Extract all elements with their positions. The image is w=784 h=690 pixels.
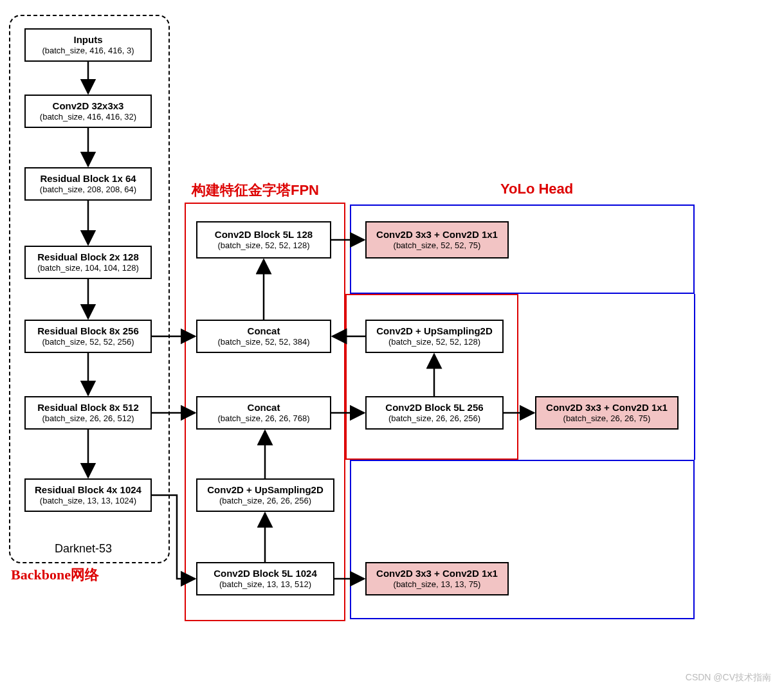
head-out13-shape: (batch_size, 13, 13, 75): [394, 580, 481, 590]
block5l-1024-box: Conv2D Block 5L 1024 (batch_size, 13, 13…: [196, 562, 334, 595]
backbone-label: Backbone网络: [11, 565, 99, 585]
block5l-256-title: Conv2D Block 5L 256: [385, 402, 483, 413]
res4-box: Residual Block 8x 512 (batch_size, 26, 2…: [24, 396, 152, 430]
res1-shape: (batch_size, 208, 208, 64): [40, 185, 136, 195]
fpn-label: 构建特征金字塔FPN: [192, 181, 319, 200]
concat-768-shape: (batch_size, 26, 26, 768): [217, 414, 309, 424]
inputs-box: Inputs (batch_size, 416, 416, 3): [24, 28, 152, 62]
res3-title: Residual Block 8x 256: [37, 325, 139, 336]
head-out26-title: Conv2D 3x3 + Conv2D 1x1: [546, 402, 668, 413]
conv0-title: Conv2D 32x3x3: [53, 100, 124, 111]
darknet-label: Darknet-53: [55, 542, 112, 556]
block5l-256-box: Conv2D Block 5L 256 (batch_size, 26, 26,…: [365, 396, 504, 430]
block5l-128-title: Conv2D Block 5L 128: [215, 229, 313, 240]
res4-title: Residual Block 8x 512: [37, 402, 139, 413]
block5l-1024-title: Conv2D Block 5L 1024: [214, 568, 317, 579]
res5-box: Residual Block 4x 1024 (batch_size, 13, …: [24, 478, 152, 512]
conv0-shape: (batch_size, 416, 416, 32): [40, 113, 136, 122]
head-out52-title: Conv2D 3x3 + Conv2D 1x1: [376, 229, 498, 240]
inputs-shape: (batch_size, 416, 416, 3): [42, 46, 134, 56]
head-out52-shape: (batch_size, 52, 52, 75): [394, 241, 481, 251]
res2-shape: (batch_size, 104, 104, 128): [37, 264, 139, 273]
block5l-1024-shape: (batch_size, 13, 13, 512): [219, 580, 311, 590]
head-out13-title: Conv2D 3x3 + Conv2D 1x1: [376, 568, 498, 579]
upsamp-128-box: Conv2D + UpSampling2D (batch_size, 52, 5…: [365, 320, 504, 353]
concat-384-shape: (batch_size, 52, 52, 384): [217, 338, 309, 347]
concat-768-title: Concat: [248, 402, 280, 413]
head-out13-box: Conv2D 3x3 + Conv2D 1x1 (batch_size, 13,…: [365, 562, 509, 595]
res2-title: Residual Block 2x 128: [37, 251, 139, 262]
block5l-128-box: Conv2D Block 5L 128 (batch_size, 52, 52,…: [196, 221, 331, 259]
concat-384-title: Concat: [248, 325, 280, 336]
head-out26-box: Conv2D 3x3 + Conv2D 1x1 (batch_size, 26,…: [535, 396, 679, 430]
watermark: CSDN @CV技术指南: [686, 672, 771, 684]
upsamp-256-shape: (batch_size, 26, 26, 256): [219, 496, 311, 506]
block5l-128-shape: (batch_size, 52, 52, 128): [217, 241, 309, 251]
res5-title: Residual Block 4x 1024: [35, 484, 141, 495]
res3-shape: (batch_size, 52, 52, 256): [42, 338, 134, 347]
head-label: YoLo Head: [500, 181, 573, 197]
res2-box: Residual Block 2x 128 (batch_size, 104, …: [24, 246, 152, 279]
inputs-title: Inputs: [74, 34, 103, 45]
res1-title: Residual Block 1x 64: [40, 173, 136, 184]
head-out26-shape: (batch_size, 26, 26, 75): [563, 414, 651, 424]
upsamp-256-title: Conv2D + UpSampling2D: [207, 484, 323, 495]
upsamp-128-shape: (batch_size, 52, 52, 128): [388, 338, 480, 347]
upsamp-128-title: Conv2D + UpSampling2D: [376, 325, 492, 336]
concat-384-box: Concat (batch_size, 52, 52, 384): [196, 320, 331, 353]
upsamp-256-box: Conv2D + UpSampling2D (batch_size, 26, 2…: [196, 478, 334, 512]
head-out52-box: Conv2D 3x3 + Conv2D 1x1 (batch_size, 52,…: [365, 221, 509, 259]
res5-shape: (batch_size, 13, 13, 1024): [40, 496, 136, 506]
concat-768-box: Concat (batch_size, 26, 26, 768): [196, 396, 331, 430]
res3-box: Residual Block 8x 256 (batch_size, 52, 5…: [24, 320, 152, 353]
block5l-256-shape: (batch_size, 26, 26, 256): [388, 414, 480, 424]
res1-box: Residual Block 1x 64 (batch_size, 208, 2…: [24, 167, 152, 201]
fpn-group-ext: [345, 294, 518, 460]
res4-shape: (batch_size, 26, 26, 512): [42, 414, 134, 424]
conv0-box: Conv2D 32x3x3 (batch_size, 416, 416, 32): [24, 95, 152, 128]
